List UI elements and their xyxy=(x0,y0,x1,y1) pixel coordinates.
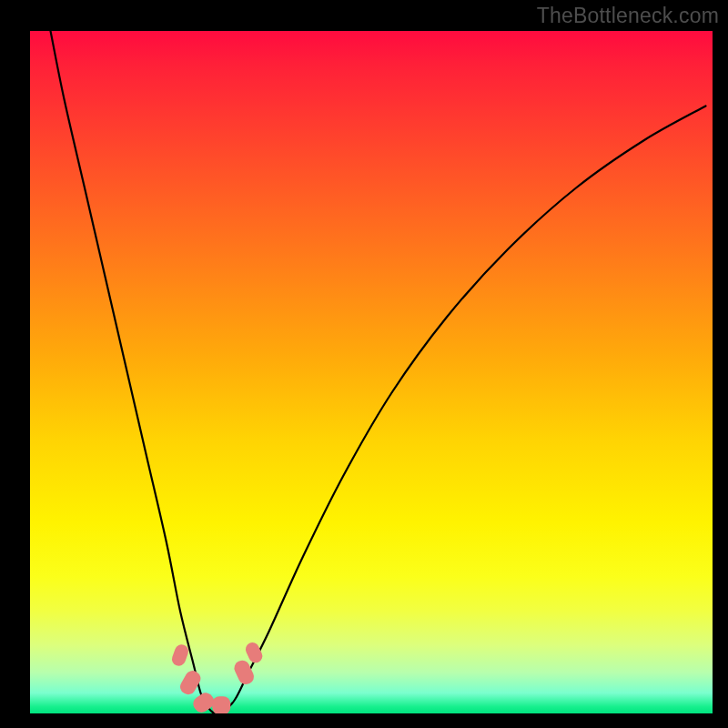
data-marker xyxy=(212,696,230,713)
bottleneck-curve xyxy=(30,31,713,713)
plot-area xyxy=(30,31,713,713)
attribution-text: TheBottleneck.com xyxy=(537,4,719,28)
chart-frame: TheBottleneck.com xyxy=(0,0,728,728)
